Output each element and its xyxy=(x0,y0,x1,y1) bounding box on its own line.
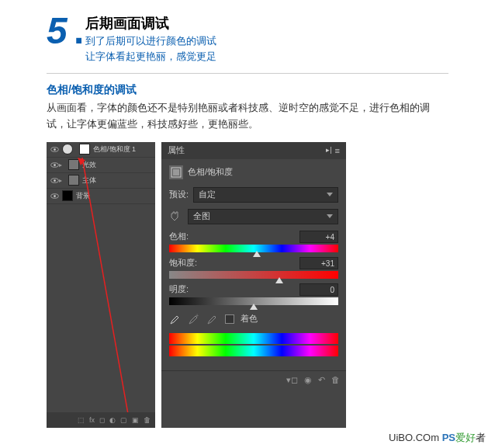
eyedropper-add-icon[interactable]: + xyxy=(188,313,200,325)
colorize-checkbox[interactable] xyxy=(225,314,234,324)
visibility-icon[interactable] xyxy=(50,160,59,169)
lightness-label: 明度: xyxy=(169,283,189,296)
scrubby-icon[interactable] xyxy=(169,210,183,224)
red-arrow-annotation xyxy=(78,158,140,422)
lightness-value[interactable]: 0 xyxy=(299,283,338,296)
watermark-suffix: 者 xyxy=(476,432,486,443)
watermark-text: 爱好 xyxy=(455,432,476,443)
step-sub2: 让字体看起更艳丽，感觉更足 xyxy=(85,50,448,64)
adjustment-title: 色相/饱和度 xyxy=(188,166,233,178)
preset-value: 自定 xyxy=(199,189,216,200)
clip-icon[interactable]: ▾◻ xyxy=(286,375,298,385)
watermark-ps: PS xyxy=(442,432,455,443)
tab-label: 属性 xyxy=(168,144,185,156)
view-icon[interactable]: ◉ xyxy=(304,375,312,385)
menu-icon[interactable]: ≡ xyxy=(335,146,340,155)
hue-slider[interactable] xyxy=(169,245,338,252)
eyedropper-sub-icon[interactable]: - xyxy=(206,313,219,325)
layers-toolbar: ⬚ fx ◻ ◐ ▢ ▣ 🗑 xyxy=(47,412,155,428)
properties-tab[interactable]: 属性 ▸| ≡ xyxy=(161,142,346,159)
svg-point-7 xyxy=(54,195,56,197)
properties-panel: 属性 ▸| ≡ 色相/饱和度 预设: 自定 xyxy=(161,142,346,428)
adjustment-icon[interactable]: ◐ xyxy=(109,416,116,424)
layer-name: 色相/饱和度 1 xyxy=(93,144,136,155)
adjustment-thumb xyxy=(62,144,73,155)
fx-icon[interactable]: fx xyxy=(89,416,95,424)
svg-point-1 xyxy=(54,148,56,151)
layer-thumb xyxy=(62,190,73,201)
svg-point-3 xyxy=(54,164,56,166)
svg-text:+: + xyxy=(196,313,199,318)
svg-line-8 xyxy=(82,158,128,414)
step-sub1: 到了后期可以进行颜色的调试 xyxy=(85,34,448,48)
channel-value: 全图 xyxy=(193,210,210,222)
mask-thumb xyxy=(79,144,90,155)
layer-row[interactable]: 色相/饱和度 1 xyxy=(47,142,155,158)
colorize-label: 着色 xyxy=(241,313,258,325)
properties-toolbar: ▾◻ ◉ ↶ 🗑 xyxy=(161,370,346,389)
mask-icon[interactable]: ◻ xyxy=(99,416,105,424)
saturation-value[interactable]: +31 xyxy=(299,257,338,269)
reset-icon[interactable]: ↶ xyxy=(318,375,325,385)
visibility-icon[interactable] xyxy=(50,175,59,185)
step-dot: . xyxy=(74,9,84,52)
channel-dropdown[interactable]: 全图 xyxy=(188,209,338,224)
step-title: 后期画面调试 xyxy=(85,14,448,33)
step-number: 5 xyxy=(47,9,68,52)
huesat-icon xyxy=(169,165,183,179)
section-title: 色相/饱和度的调试 xyxy=(47,83,448,97)
new-layer-icon[interactable]: ▣ xyxy=(132,416,139,424)
chevron-down-icon xyxy=(327,214,333,218)
lightness-slider[interactable] xyxy=(169,297,338,305)
folder-icon[interactable]: ▢ xyxy=(120,416,127,424)
lightness-thumb[interactable] xyxy=(250,304,258,310)
visibility-icon[interactable] xyxy=(50,144,59,154)
preset-dropdown[interactable]: 自定 xyxy=(193,187,338,203)
preset-label: 预设: xyxy=(169,189,189,200)
hue-value[interactable]: +4 xyxy=(299,231,338,243)
watermark-url: UiBO.COm xyxy=(389,432,439,443)
watermark: UiBO.COm PS爱好者 xyxy=(389,431,486,445)
trash-icon[interactable]: 🗑 xyxy=(144,416,151,424)
saturation-label: 饱和度: xyxy=(169,257,197,269)
eyedropper-icon[interactable] xyxy=(169,313,182,325)
svg-rect-11 xyxy=(173,169,179,175)
svg-point-5 xyxy=(54,179,56,182)
folder-arrow-icon[interactable]: ▸ xyxy=(59,161,65,168)
link-icon[interactable]: ⬚ xyxy=(78,416,85,424)
visibility-icon[interactable] xyxy=(50,191,59,200)
divider xyxy=(47,73,448,74)
layers-panel: 色相/饱和度 1 ▸ 光效 ▸ 主体 背景 ⬚ fx ◻ ◐ ▢ xyxy=(47,142,155,428)
svg-marker-9 xyxy=(78,158,85,165)
trash-icon[interactable]: 🗑 xyxy=(331,375,340,384)
color-ramps xyxy=(169,333,338,356)
chevron-down-icon xyxy=(327,193,333,196)
collapse-icon[interactable]: ▸| xyxy=(326,146,331,155)
hue-label: 色相: xyxy=(169,231,189,243)
folder-arrow-icon[interactable]: ▸ xyxy=(59,177,65,184)
saturation-thumb[interactable] xyxy=(275,277,283,283)
hue-thumb[interactable] xyxy=(253,251,261,257)
saturation-slider[interactable] xyxy=(169,271,338,279)
section-desc: 从画面看，字体的颜色还不是特别艳丽或者科技感、逆时空的感觉不足，进行色相的调试，… xyxy=(47,100,448,133)
